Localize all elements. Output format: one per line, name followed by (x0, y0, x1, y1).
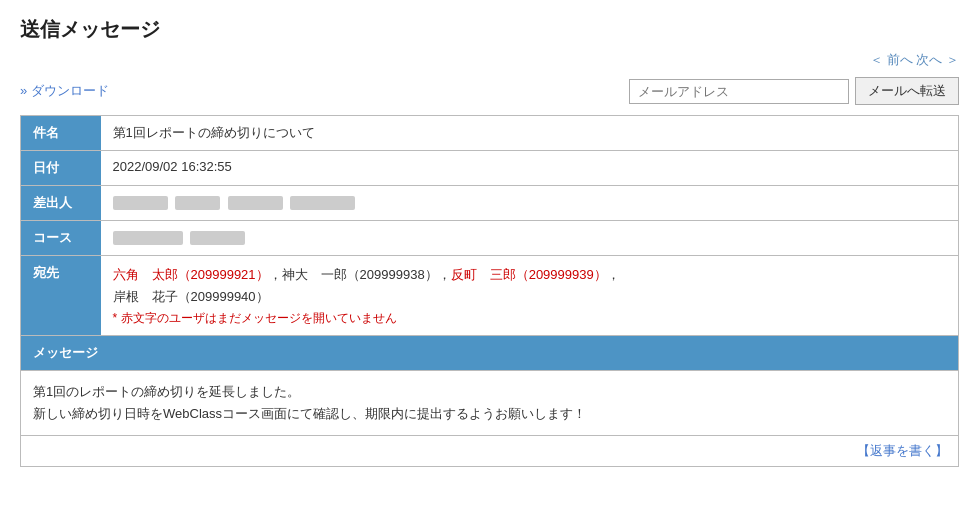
sender-label: 差出人 (21, 186, 101, 221)
course-blurred-1 (113, 231, 183, 245)
recipient-4: 岸根 花子（209999940） (113, 289, 269, 304)
recipients-label: 宛先 (21, 256, 101, 336)
course-row: コース (21, 221, 959, 256)
info-table: 件名 第1回レポートの締め切りについて 日付 2022/09/02 16:32:… (20, 115, 959, 371)
next-link[interactable]: 次へ ＞ (916, 52, 959, 67)
subject-value: 第1回レポートの締め切りについて (101, 116, 959, 151)
date-label: 日付 (21, 151, 101, 186)
sender-blurred-3 (228, 196, 283, 210)
course-label: コース (21, 221, 101, 256)
sender-blurred-2 (175, 196, 220, 210)
recipient-3: 反町 三郎（209999939） (451, 267, 607, 282)
sender-row: 差出人 (21, 186, 959, 221)
recipient-note: * 赤文字のユーザはまだメッセージを開いていません (113, 310, 947, 327)
course-value (101, 221, 959, 256)
message-body: 第1回のレポートの締め切りを延長しました。 新しい締め切り日時をWebClass… (20, 371, 959, 436)
message-line-1: 第1回のレポートの締め切りを延長しました。 (33, 381, 946, 403)
reply-row: 【返事を書く】 (20, 436, 959, 467)
email-group: メールへ転送 (629, 77, 959, 105)
subject-label: 件名 (21, 116, 101, 151)
course-blurred-2 (190, 231, 245, 245)
date-value: 2022/09/02 16:32:55 (101, 151, 959, 186)
recipients-list: 六角 太郎（209999921），神大 一郎（209999938），反町 三郎（… (113, 264, 947, 308)
page-title: 送信メッセージ (20, 16, 959, 43)
sender-value (101, 186, 959, 221)
sender-blurred-4 (290, 196, 355, 210)
date-row: 日付 2022/09/02 16:32:55 (21, 151, 959, 186)
message-line-2: 新しい締め切り日時をWebClassコース画面にて確認し、期限内に提出するようお… (33, 403, 946, 425)
download-link[interactable]: » ダウンロード (20, 82, 109, 100)
recipient-2: 神大 一郎（209999938） (282, 267, 438, 282)
sender-blurred-1 (113, 196, 168, 210)
recipients-value: 六角 太郎（209999921），神大 一郎（209999938），反町 三郎（… (101, 256, 959, 336)
recipient-1: 六角 太郎（209999921） (113, 267, 269, 282)
email-input[interactable] (629, 79, 849, 104)
nav-links[interactable]: ＜ 前へ 次へ ＞ (870, 51, 959, 69)
message-section-header: メッセージ (21, 336, 959, 371)
reply-link[interactable]: 【返事を書く】 (857, 442, 948, 460)
prev-link[interactable]: ＜ 前へ (870, 52, 913, 67)
recipients-row: 宛先 六角 太郎（209999921），神大 一郎（209999938），反町 … (21, 256, 959, 336)
message-header-row: メッセージ (21, 336, 959, 371)
subject-row: 件名 第1回レポートの締め切りについて (21, 116, 959, 151)
email-forward-button[interactable]: メールへ転送 (855, 77, 959, 105)
